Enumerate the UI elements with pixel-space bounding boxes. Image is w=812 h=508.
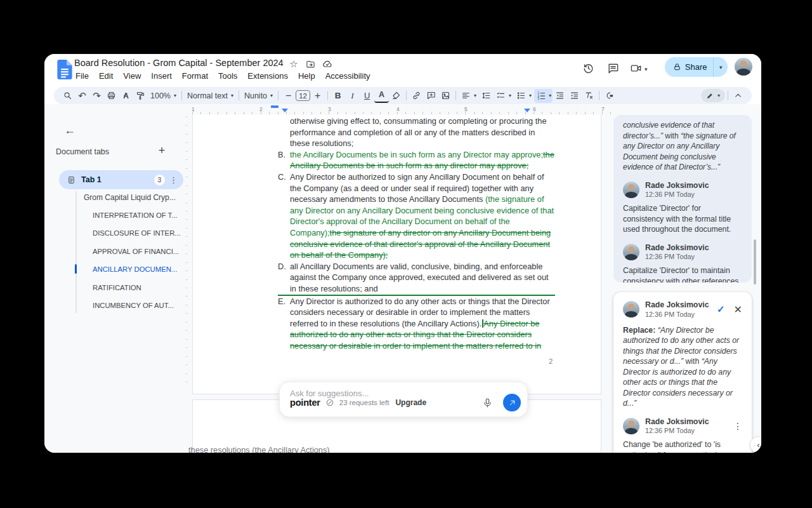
comment[interactable]: Rade Joksimovic 12:36 PM Today ⋮ Change … <box>623 417 742 453</box>
active-suggestion-card[interactable]: Rade Joksimovic 12:36 PM Today ✓ ✕ Repla… <box>613 292 752 453</box>
editing-mode-button[interactable]: ▾ <box>701 89 725 102</box>
line-spacing-icon[interactable] <box>479 89 494 103</box>
search-menus-icon[interactable] <box>60 89 75 103</box>
first-line-indent-marker[interactable] <box>271 105 278 108</box>
tab-label: Tab 1 <box>81 175 102 184</box>
text-color-button[interactable]: A <box>374 89 389 103</box>
bulleted-list-icon[interactable]: ▾ <box>514 89 534 103</box>
insert-image-icon[interactable] <box>438 89 453 103</box>
upgrade-link[interactable]: Upgrade <box>395 398 426 407</box>
align-icon[interactable]: ▾ <box>459 89 479 103</box>
document-body-text[interactable]: otherwise giving effect to, consummating… <box>278 116 555 351</box>
share-button[interactable]: Share ▾ <box>665 57 728 77</box>
comment-timestamp: 12:36 PM Today <box>645 427 709 435</box>
comment-options-icon[interactable]: ⋮ <box>733 421 742 431</box>
star-icon[interactable]: ☆ <box>288 58 299 70</box>
left-indent-marker[interactable] <box>282 109 288 112</box>
numbered-list-dropdown-icon[interactable]: ▾ <box>549 93 551 98</box>
highlight-color-icon[interactable] <box>389 89 403 103</box>
decrease-indent-icon[interactable] <box>553 89 567 103</box>
undo-icon[interactable]: ↶ <box>75 89 89 103</box>
video-call-dropdown-icon[interactable]: ▾ <box>645 66 648 72</box>
spell-check-icon[interactable]: A✓ <box>119 89 133 103</box>
tab-1-item[interactable]: Tab 1 3 ⋮ <box>59 170 183 189</box>
insert-link-icon[interactable] <box>409 89 424 103</box>
list-marker-d: D. <box>278 261 290 295</box>
list-item-b[interactable]: B. the Ancillary Documents be in such fo… <box>278 149 555 171</box>
add-comment-icon[interactable] <box>424 89 438 103</box>
outline-guide-line <box>75 191 77 313</box>
italic-button[interactable]: I <box>345 89 360 103</box>
bold-button[interactable]: B <box>331 89 345 103</box>
suggestion-card-director-capitalization[interactable]: conclusive evidence of that director’s..… <box>613 115 752 283</box>
menu-view[interactable]: View <box>122 70 142 81</box>
outline-item-ratification[interactable]: RATIFICATION <box>93 284 141 291</box>
numbered-list-button-active[interactable]: 123 ▾ <box>534 89 553 103</box>
page-options-icon[interactable] <box>602 89 617 103</box>
menu-accessibility[interactable]: Accessibility <box>324 70 372 81</box>
share-dropdown-icon[interactable]: ▾ <box>714 64 728 70</box>
decrease-font-size-button[interactable]: − <box>281 89 296 103</box>
right-indent-marker[interactable] <box>524 109 530 112</box>
underline-button[interactable]: U <box>360 89 374 103</box>
version-history-icon[interactable] <box>580 60 596 76</box>
mic-icon[interactable] <box>482 398 493 408</box>
menu-insert[interactable]: Insert <box>150 70 173 81</box>
comment[interactable]: Rade Joksimovic 12:36 PM Today Capitaliz… <box>623 243 742 283</box>
comment[interactable]: Rade Joksimovic 12:36 PM Today Capitaliz… <box>623 181 742 235</box>
document-tabs-title: Document tabs <box>56 147 109 156</box>
docs-logo-icon[interactable] <box>57 60 72 82</box>
comment-history-icon[interactable] <box>605 60 620 76</box>
increase-font-size-button[interactable]: + <box>310 89 325 103</box>
clear-formatting-icon[interactable] <box>582 89 596 103</box>
pointer-logo: pointer <box>290 398 320 408</box>
menu-format[interactable]: Format <box>181 70 209 81</box>
font-select[interactable]: Nunito▾ <box>242 89 275 103</box>
increase-indent-icon[interactable] <box>567 89 582 103</box>
pointer-assistant-bar[interactable]: Ask for suggestions... pointer 23 reques… <box>279 382 528 417</box>
list-item-d[interactable]: D. all Ancillary Documents are valid, co… <box>278 261 555 295</box>
hide-menus-icon[interactable] <box>731 89 745 103</box>
comment-timestamp: 12:36 PM Today <box>645 190 709 199</box>
add-tab-icon[interactable]: + <box>155 144 169 157</box>
video-call-icon[interactable] <box>628 60 643 76</box>
comment-timestamp: 12:36 PM Today <box>645 311 709 319</box>
menu-edit[interactable]: Edit <box>98 70 114 81</box>
outline-item-disclosure[interactable]: DISCLOSURE OF INTER... <box>93 229 181 237</box>
outline-item-approval[interactable]: APPROVAL OF FINANCI... <box>93 248 179 255</box>
commenter-name: Rade Joksimovic <box>645 181 709 190</box>
zoom-select[interactable]: 100%▾ <box>148 89 179 103</box>
tab-options-icon[interactable]: ⋮ <box>169 175 178 185</box>
menu-help[interactable]: Help <box>297 70 317 81</box>
outline-item-heading[interactable]: Grom Capital Liquid Cryp... <box>84 193 176 202</box>
paragraph-continuation[interactable]: otherwise giving effect to, consummating… <box>290 116 555 149</box>
sidebar-scrollbar[interactable] <box>754 239 756 284</box>
menu-extensions[interactable]: Extensions <box>246 70 289 81</box>
redo-icon[interactable]: ↷ <box>89 89 104 103</box>
menu-tools[interactable]: Tools <box>217 70 239 81</box>
cloud-status-icon[interactable] <box>322 58 333 70</box>
horizontal-ruler[interactable]: 1 2 3 4 5 6 7 <box>192 107 611 115</box>
paint-format-icon[interactable] <box>133 89 148 103</box>
outline-item-ancillary-active[interactable]: ANCILLARY DOCUMEN... <box>93 265 177 273</box>
comment-timestamp: 12:36 PM Today <box>645 253 709 261</box>
back-arrow-icon[interactable]: ← <box>62 123 77 138</box>
list-item-e-focused-suggestion[interactable]: E. Any Director is authorized to do any … <box>278 295 555 352</box>
reject-suggestion-icon[interactable]: ✕ <box>734 304 742 316</box>
list-item-c[interactable]: C. Any Director be authorized to sign an… <box>278 171 555 261</box>
send-button[interactable] <box>503 394 521 411</box>
outline-item-interpretation[interactable]: INTERPRETATION OF T... <box>93 211 178 219</box>
menu-file[interactable]: File <box>74 70 90 81</box>
account-avatar[interactable] <box>735 58 752 76</box>
document-title[interactable]: Board Resolution - Grom Capital - Septem… <box>74 58 284 68</box>
paragraph-style-select[interactable]: Normal text▾ <box>185 89 236 103</box>
collapse-sidebar-button[interactable]: ‹ <box>750 436 761 453</box>
checklist-icon[interactable]: ▾ <box>494 89 514 103</box>
requests-left-label: 23 requests left <box>339 399 390 406</box>
comment-text: Change 'be authorized' to 'is authorized… <box>623 439 742 453</box>
font-size-input[interactable]: 12 <box>296 90 310 101</box>
move-folder-icon[interactable] <box>304 58 316 70</box>
outline-item-incumbency[interactable]: INCUMBENCY OF AUT... <box>93 302 174 309</box>
accept-suggestion-icon[interactable]: ✓ <box>717 304 725 315</box>
print-icon[interactable] <box>104 89 119 103</box>
